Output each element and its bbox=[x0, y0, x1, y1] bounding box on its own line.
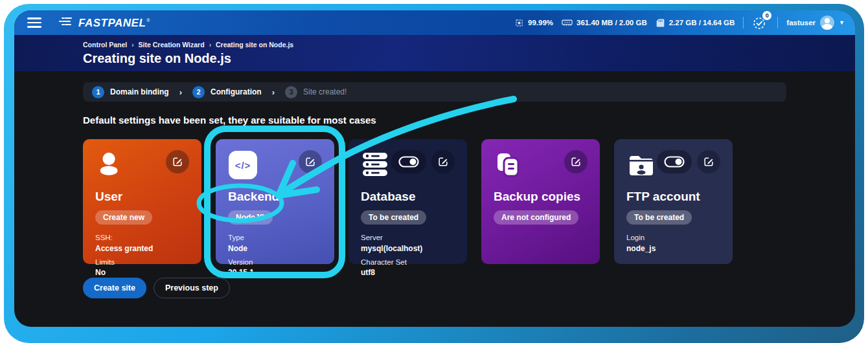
row-label: Server bbox=[361, 233, 455, 243]
edit-icon bbox=[570, 156, 582, 168]
cpu-stat: 99.99% bbox=[514, 18, 553, 28]
user-icon bbox=[95, 150, 125, 180]
step-label: Domain binding bbox=[110, 87, 169, 96]
username-label: fastuser bbox=[786, 19, 816, 27]
edit-icon bbox=[172, 156, 183, 168]
disk-value: 2.27 GB / 14.64 GB bbox=[669, 19, 735, 27]
database-toggle[interactable] bbox=[391, 150, 426, 173]
row-value: node_js bbox=[626, 243, 720, 254]
breadcrumb: Control Panel › Site Creation Wizard › C… bbox=[83, 41, 855, 49]
step-separator-icon: › bbox=[272, 87, 275, 97]
ram-value: 361.40 MB / 2.00 GB bbox=[577, 19, 647, 27]
toggle-on-icon bbox=[664, 156, 685, 168]
status-chip: To be created bbox=[626, 210, 692, 225]
status-chip: Create new bbox=[95, 210, 152, 225]
tasks-button[interactable]: 0 bbox=[752, 15, 769, 30]
row-value: No bbox=[95, 267, 189, 278]
card-user: User Create new SSH: Access granted Limi… bbox=[83, 139, 201, 264]
step-number: 1 bbox=[92, 86, 104, 98]
status-chip: To be created bbox=[361, 210, 426, 225]
avatar bbox=[820, 16, 834, 30]
chevron-down-icon: ▼ bbox=[839, 19, 845, 26]
step-label: Configuration bbox=[211, 87, 262, 96]
status-chip: NodeJS bbox=[228, 210, 273, 225]
edit-ftp-button[interactable] bbox=[697, 150, 720, 173]
app-window: FASTPANEL ® 99.99% 361.40 MB / 2.0 bbox=[14, 10, 855, 327]
status-chip: Are not configured bbox=[494, 210, 578, 225]
breadcrumb-separator: › bbox=[209, 41, 211, 49]
row-label: Login bbox=[626, 233, 720, 243]
create-site-button[interactable]: Create site bbox=[83, 278, 146, 298]
card-title: Backend bbox=[228, 190, 322, 204]
breadcrumb-item-current: Creating site on Node.js bbox=[216, 41, 293, 49]
page-title: Creating site on Node.js bbox=[83, 51, 855, 66]
row-value: mysql(localhost) bbox=[361, 243, 455, 254]
folder-user-icon bbox=[626, 150, 656, 180]
row-value: 20.15.1 bbox=[228, 267, 322, 278]
wizard-step-domain-binding: 1 Domain binding bbox=[92, 86, 169, 98]
logo-registered-mark: ® bbox=[146, 18, 150, 23]
ram-stat: 361.40 MB / 2.00 GB bbox=[562, 18, 647, 27]
config-cards-row: User Create new SSH: Access granted Limi… bbox=[83, 139, 786, 264]
cpu-value: 99.99% bbox=[528, 19, 553, 27]
breadcrumb-separator: › bbox=[131, 41, 133, 49]
card-ftp-account: FTP account To be created Login node_js bbox=[614, 139, 733, 264]
edit-backend-button[interactable] bbox=[299, 150, 322, 173]
breadcrumb-item-wizard[interactable]: Site Creation Wizard bbox=[139, 41, 205, 49]
page-header: Control Panel › Site Creation Wizard › C… bbox=[14, 35, 855, 71]
edit-backup-button[interactable] bbox=[564, 150, 588, 173]
main-content: 1 Domain binding › 2 Configuration › 3 S… bbox=[14, 71, 855, 327]
hamburger-menu-icon[interactable] bbox=[27, 17, 41, 28]
screenshot-stage: FASTPANEL ® 99.99% 361.40 MB / 2.0 bbox=[0, 0, 868, 343]
row-value: Access granted bbox=[95, 243, 189, 254]
wizard-steps-bar: 1 Domain binding › 2 Configuration › 3 S… bbox=[83, 82, 786, 102]
logo-text: FASTPANEL bbox=[78, 17, 146, 30]
step-separator-icon: › bbox=[179, 87, 182, 97]
row-value: Node bbox=[228, 243, 322, 254]
row-label: Type bbox=[228, 233, 322, 243]
tasks-count-badge: 0 bbox=[762, 11, 771, 20]
edit-icon bbox=[703, 156, 714, 168]
code-icon: </> bbox=[228, 150, 258, 180]
logo-speedlines-icon bbox=[58, 16, 74, 27]
wizard-step-site-created: 3 Site created! bbox=[285, 86, 347, 98]
disk-icon bbox=[656, 18, 665, 28]
row-value: utf8 bbox=[361, 267, 455, 278]
toggle-on-icon bbox=[398, 156, 419, 168]
card-title: FTP account bbox=[626, 190, 720, 204]
divider bbox=[743, 17, 744, 28]
breadcrumb-item-control-panel[interactable]: Control Panel bbox=[83, 41, 127, 49]
ftp-toggle[interactable] bbox=[657, 150, 692, 173]
ram-icon bbox=[562, 18, 573, 27]
step-label: Site created! bbox=[303, 87, 347, 96]
settings-subtitle: Default settings have been set, they are… bbox=[83, 115, 786, 126]
row-label: Limits bbox=[95, 258, 189, 268]
step-number: 2 bbox=[192, 86, 205, 98]
card-backend: </> Backend NodeJS bbox=[216, 139, 334, 264]
card-backup-copies: Backup copies Are not configured bbox=[481, 139, 600, 264]
edit-user-button[interactable] bbox=[166, 150, 189, 173]
cpu-icon bbox=[514, 18, 524, 28]
edit-database-button[interactable] bbox=[431, 150, 455, 173]
row-label: SSH: bbox=[95, 233, 189, 243]
card-title: Backup copies bbox=[494, 190, 588, 204]
card-title: User bbox=[95, 190, 189, 204]
step-number: 3 bbox=[285, 86, 297, 98]
copies-icon bbox=[494, 150, 523, 180]
disk-stat: 2.27 GB / 14.64 GB bbox=[656, 18, 735, 28]
row-label: Version bbox=[228, 258, 322, 268]
fastpanel-logo: FASTPANEL ® bbox=[58, 16, 150, 30]
wizard-actions: Create site Previous step bbox=[83, 278, 786, 298]
wizard-step-configuration: 2 Configuration bbox=[192, 86, 262, 98]
divider bbox=[777, 17, 778, 28]
database-server-icon bbox=[361, 150, 391, 180]
top-bar: FASTPANEL ® 99.99% 361.40 MB / 2.0 bbox=[14, 10, 855, 35]
edit-icon bbox=[437, 156, 449, 168]
card-database: Database To be created Server mysql(loca… bbox=[348, 139, 467, 264]
edit-icon bbox=[304, 156, 316, 168]
previous-step-button[interactable]: Previous step bbox=[154, 278, 230, 298]
card-title: Database bbox=[361, 190, 455, 204]
row-label: Character Set bbox=[361, 258, 455, 268]
user-menu[interactable]: fastuser ▼ bbox=[786, 16, 845, 30]
